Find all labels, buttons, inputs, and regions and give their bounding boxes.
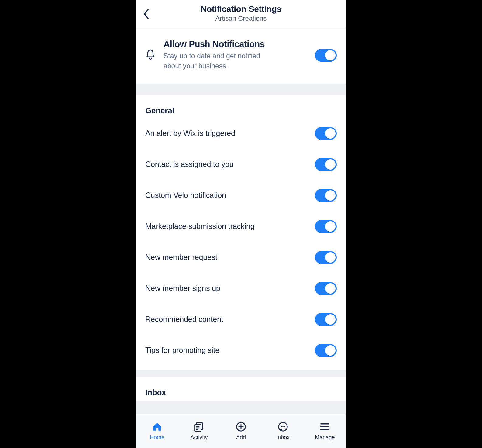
nav-label: Home — [150, 434, 164, 441]
nav-add[interactable]: Add — [220, 414, 262, 448]
back-button[interactable] — [143, 9, 150, 19]
bell-icon — [145, 49, 156, 62]
setting-row: New member request — [136, 242, 346, 273]
setting-label: Tips for promoting site — [145, 346, 219, 355]
section-inbox: Inbox — [136, 377, 346, 401]
setting-label: Custom Velo notification — [145, 191, 226, 200]
setting-toggle[interactable] — [315, 189, 337, 202]
push-description: Stay up to date and get notified about y… — [164, 51, 273, 71]
nav-manage[interactable]: Manage — [304, 414, 346, 448]
section-title-general: General — [136, 95, 346, 118]
svg-point-10 — [282, 426, 284, 427]
setting-toggle[interactable] — [315, 313, 337, 326]
setting-toggle[interactable] — [315, 127, 337, 140]
chevron-left-icon — [143, 9, 150, 19]
nav-label: Activity — [190, 434, 208, 441]
activity-icon — [194, 422, 204, 432]
setting-row: Marketplace submission tracking — [136, 211, 346, 242]
nav-home[interactable]: Home — [136, 414, 178, 448]
setting-label: New member signs up — [145, 284, 220, 293]
nav-inbox[interactable]: Inbox — [262, 414, 304, 448]
scroll-area[interactable]: Allow Push Notifications Stay up to date… — [136, 28, 346, 414]
nav-label: Inbox — [276, 434, 290, 441]
setting-row: Custom Velo notification — [136, 180, 346, 211]
app-screen: Notification Settings Artisan Creations … — [136, 0, 346, 448]
setting-row: Contact is assigned to you — [136, 149, 346, 180]
nav-label: Add — [236, 434, 246, 441]
add-icon — [236, 422, 246, 432]
header-bar: Notification Settings Artisan Creations — [136, 0, 346, 28]
setting-toggle[interactable] — [315, 282, 337, 295]
setting-label: New member request — [145, 253, 217, 262]
menu-icon — [320, 422, 330, 432]
inbox-icon — [278, 422, 288, 432]
setting-row: New member signs up — [136, 273, 346, 304]
svg-point-9 — [281, 426, 282, 427]
setting-label: Marketplace submission tracking — [145, 222, 255, 231]
push-card: Allow Push Notifications Stay up to date… — [136, 28, 346, 84]
section-general: General An alert by Wix is triggered Con… — [136, 95, 346, 370]
push-title: Allow Push Notifications — [164, 39, 307, 49]
nav-activity[interactable]: Activity — [178, 414, 220, 448]
section-title-inbox: Inbox — [136, 377, 346, 397]
push-toggle[interactable] — [315, 49, 337, 62]
home-icon — [152, 422, 162, 432]
bottom-nav: Home Activity Ad — [136, 414, 346, 448]
setting-toggle[interactable] — [315, 158, 337, 171]
nav-label: Manage — [315, 434, 335, 441]
setting-label: Contact is assigned to you — [145, 160, 234, 169]
setting-toggle[interactable] — [315, 220, 337, 233]
page-title: Notification Settings — [201, 4, 281, 14]
setting-toggle[interactable] — [315, 251, 337, 264]
svg-point-11 — [284, 426, 285, 427]
setting-label: Recommended content — [145, 315, 223, 324]
page-subtitle: Artisan Creations — [201, 15, 281, 22]
setting-row: Tips for promoting site — [136, 335, 346, 370]
setting-label: An alert by Wix is triggered — [145, 129, 235, 138]
setting-row: Recommended content — [136, 304, 346, 335]
setting-toggle[interactable] — [315, 344, 337, 357]
setting-row: An alert by Wix is triggered — [136, 118, 346, 149]
